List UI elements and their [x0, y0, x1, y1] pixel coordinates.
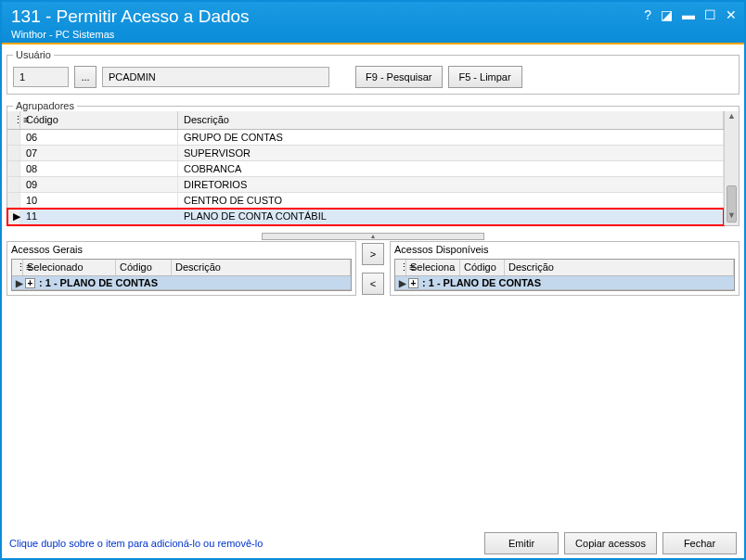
agrupadores-body: 06 GRUPO DE CONTAS 07 SUPERVISOR 08 COBR… [7, 130, 724, 225]
table-row[interactable]: 08 COBRANCA [7, 161, 724, 177]
usuario-lookup-button[interactable]: ... [74, 66, 96, 88]
agrupadores-legend: Agrupadores [13, 100, 77, 111]
acessos-disponiveis-pane: Acessos Disponíveis ⋮≡ Seleciona Código … [390, 241, 740, 296]
close-icon[interactable]: ✕ [726, 7, 737, 22]
agrupadores-scrollbar[interactable]: ▲ ▼ [724, 111, 739, 225]
col-selector-icon[interactable]: ⋮≡ [12, 260, 23, 275]
col-selector-icon[interactable]: ⋮≡ [7, 111, 20, 129]
usuario-legend: Usuário [13, 49, 54, 60]
acessos-gerais-title: Acessos Gerais [7, 242, 355, 259]
row-arrow-icon: ▶ [397, 278, 408, 288]
agrupadores-header: ⋮≡ Código Descrição [7, 111, 724, 130]
limpar-button[interactable]: F5 - Limpar [448, 66, 522, 88]
col-codigo-header[interactable]: Código [20, 111, 178, 129]
pesquisar-button[interactable]: F9 - Pesquisar [355, 66, 443, 88]
help-icon[interactable]: ? [644, 7, 651, 22]
row-arrow-icon: ▶ [14, 278, 25, 288]
gerais-tree-item[interactable]: ▶ + : 1 - PLANO DE CONTAS [12, 276, 351, 290]
gerais-item-label: : 1 - PLANO DE CONTAS [39, 277, 158, 288]
gerais-tree-header: ⋮≡ Selecionado Código Descrição [12, 260, 351, 276]
disp-col-desc[interactable]: Descrição [505, 260, 734, 275]
footer-hint: Clique duplo sobre o item para adicioná-… [9, 538, 263, 549]
usuario-nome-input[interactable] [102, 67, 329, 87]
edit-icon[interactable]: ◪ [661, 7, 673, 22]
disp-col-cod[interactable]: Código [460, 260, 505, 275]
copiar-acessos-button[interactable]: Copiar acessos [564, 532, 657, 554]
expand-icon[interactable]: + [408, 278, 418, 288]
gerais-col-cod[interactable]: Código [116, 260, 172, 275]
horizontal-splitter[interactable]: ▴ [6, 232, 740, 241]
window-title: 131 - Permitir Acesso a Dados [11, 6, 735, 27]
acessos-disp-title: Acessos Disponíveis [391, 242, 739, 259]
table-row-selected[interactable]: ▶ 11 PLANO DE CONTA CONTÁBIL [7, 209, 724, 225]
disp-col-sel[interactable]: Seleciona [406, 260, 460, 275]
maximize-icon[interactable]: ☐ [704, 7, 716, 22]
expand-icon[interactable]: + [25, 278, 35, 288]
disp-tree-header: ⋮≡ Seleciona Código Descrição [395, 260, 734, 276]
table-row[interactable]: 09 DIRETORIOS [7, 177, 724, 193]
disp-tree-item[interactable]: ▶ + : 1 - PLANO DE CONTAS [395, 276, 734, 290]
move-right-button[interactable]: > [362, 243, 384, 265]
title-bar: 131 - Permitir Acesso a Dados Winthor - … [2, 2, 744, 43]
row-arrow-icon: ▶ [7, 209, 20, 224]
disp-item-label: : 1 - PLANO DE CONTAS [422, 277, 541, 288]
agrupadores-group: Agrupadores ⋮≡ Código Descrição 06 GRUPO… [6, 100, 740, 226]
minimize-icon[interactable]: ▬ [682, 7, 695, 22]
gerais-col-desc[interactable]: Descrição [172, 260, 351, 275]
fechar-button[interactable]: Fechar [662, 532, 737, 554]
acessos-gerais-pane: Acessos Gerais ⋮≡ Selecionado Código Des… [6, 241, 356, 296]
emitir-button[interactable]: Emitir [484, 532, 559, 554]
window-subtitle: Winthor - PC Sistemas [11, 29, 735, 40]
table-row[interactable]: 07 SUPERVISOR [7, 146, 724, 161]
table-row[interactable]: 10 CENTRO DE CUSTO [7, 193, 724, 209]
table-row[interactable]: 06 GRUPO DE CONTAS [7, 130, 724, 146]
usuario-codigo-input[interactable] [13, 67, 69, 87]
col-selector-icon[interactable]: ⋮≡ [395, 260, 406, 275]
gerais-col-sel[interactable]: Selecionado [23, 260, 116, 275]
move-left-button[interactable]: < [362, 273, 384, 295]
splitter-handle-icon[interactable]: ▴ [262, 233, 484, 240]
usuario-group: Usuário ... F9 - Pesquisar F5 - Limpar [6, 49, 740, 95]
col-desc-header[interactable]: Descrição [178, 111, 724, 129]
